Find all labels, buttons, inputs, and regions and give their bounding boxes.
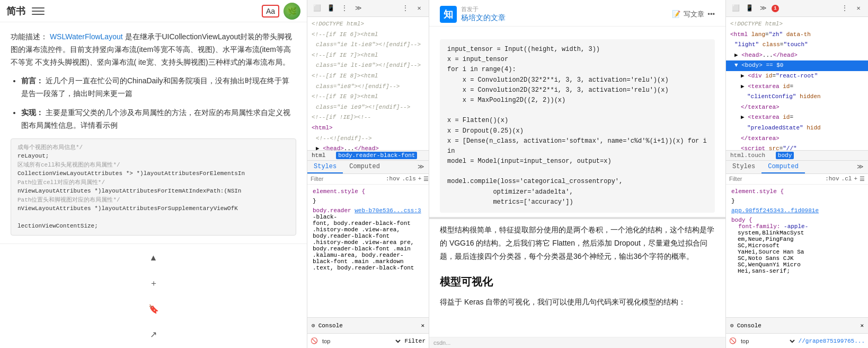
html-ie8-class: class="ie8"><![endif]-->: [307, 82, 429, 92]
html-ie7-class: class="ie lt-ie8"><![endif]-->: [307, 60, 429, 71]
article-panel: 简书 Aa 🌿 功能描述： WSLWaterFlowLayout 是在继承于UI…: [0, 0, 307, 348]
top-select-right[interactable]: top: [739, 337, 796, 345]
list-item-1: 前言： 近几个月一直在忙公司的ChinaDaily和国务院项目，没有抽出时现在终…: [21, 75, 296, 100]
top-bar-right: 🚫 top //grape875199765...: [726, 333, 868, 348]
breadcrumb-bar-right: html.touch body: [726, 150, 868, 161]
tab-computed-right[interactable]: Computed: [761, 161, 805, 173]
more-options-icon[interactable]: ≫: [353, 3, 364, 14]
right-textarea-1-close: </textarea>: [726, 102, 868, 113]
error-icon-right: 🚫: [729, 337, 737, 344]
source-tag: 首发于: [461, 5, 506, 13]
style-rule-close: }: [309, 196, 427, 206]
bookmark-icon[interactable]: 🔖: [144, 299, 163, 318]
right-textarea-1-attr: "clientConfig" hidden: [726, 92, 868, 102]
console-label-middle[interactable]: Console: [318, 323, 343, 329]
chevron-up-icon[interactable]: ▲: [144, 248, 163, 267]
toggle-filter-icon-right[interactable]: ☰: [860, 176, 865, 182]
filter-bar-middle: :hov .cls + ☰: [307, 174, 429, 185]
mobile-icon[interactable]: 📱: [325, 3, 336, 14]
html-head[interactable]: ▶ <head>...</head>: [307, 144, 429, 150]
breadcrumb-html-right[interactable]: html.touch: [730, 152, 765, 159]
right-textarea-2[interactable]: ▶ <textarea id=: [726, 112, 868, 123]
tab-more-right[interactable]: ≫: [853, 161, 868, 173]
avatar: 🌿: [284, 3, 300, 20]
devtools-right-panel: ⬜ 📱 ≫ 1 ⋮ ✕ <!DOCTYPE html> <html lang="…: [726, 0, 868, 348]
share-icon[interactable]: ↗: [144, 325, 163, 344]
sidebar-icons: ▲ ＋ 🔖 ↗: [0, 243, 307, 348]
cls-filter[interactable]: .cls: [402, 176, 415, 182]
html-ie9-class: class="ie ie9"><![endif]-->: [307, 102, 429, 113]
add-filter-icon-right[interactable]: +: [854, 176, 857, 182]
top-select-middle[interactable]: top: [320, 337, 402, 345]
right-style-close1: }: [728, 196, 866, 206]
right-div-react[interactable]: ▶ <div id="react-root": [726, 71, 868, 82]
plus-icon[interactable]: ＋: [144, 274, 163, 293]
styles-pane-right: element.style { } app.98f5f245343..f1d09…: [726, 185, 868, 318]
add-filter-icon[interactable]: +: [418, 176, 422, 182]
breadcrumb-bar-middle: html body.reader-black-font: [307, 150, 429, 161]
console-bar-middle: ⊙ Console ✕: [307, 317, 429, 333]
font-button[interactable]: Aa: [262, 5, 279, 18]
inspect-icon[interactable]: ⬜: [312, 3, 322, 14]
html-noie: <!--[if !IE]><!--: [307, 112, 429, 123]
right-style-app: app.98f5f245343..f1d0981e: [728, 206, 866, 215]
article-link[interactable]: WSLWaterFlowLayout: [50, 32, 123, 41]
html-tree-middle: <!DOCTYPE html> <!--[if IE 6]><html clas…: [307, 17, 429, 150]
hov-filter[interactable]: :hov: [386, 176, 400, 182]
devtools-middle-panel: ⬜ 📱 ⋮ ≫ ⋮ ✕ <!DOCTYPE html> <!--[if IE 6…: [307, 0, 429, 348]
close-console-right[interactable]: ✕: [860, 322, 864, 329]
filter-label-middle[interactable]: Filter: [404, 338, 426, 344]
tab-styles[interactable]: Styles: [307, 161, 343, 173]
more-icon[interactable]: ⋮: [339, 3, 350, 14]
tab-more-middle[interactable]: ≫: [413, 161, 429, 173]
author-name[interactable]: 杨培文的文章: [461, 13, 506, 23]
article-main-header: 知 首发于 杨培文的文章 📝 写文章 •••: [429, 0, 725, 27]
right-html-tag: <html lang="zh" data-th: [726, 30, 868, 40]
right-textarea-2-attr: "preloadedState" hidd: [726, 123, 868, 134]
write-btn[interactable]: 写文章: [684, 10, 704, 19]
hov-filter-right[interactable]: :hov: [825, 176, 839, 182]
devtools-more-icon[interactable]: ⋮: [400, 3, 411, 14]
close-console-icon[interactable]: ✕: [421, 322, 424, 329]
cls-filter-right[interactable]: .cl: [842, 176, 852, 182]
devtools-more-right[interactable]: ⋮: [839, 3, 850, 14]
close-icon[interactable]: ✕: [414, 3, 424, 14]
tab-styles-right[interactable]: Styles: [726, 161, 761, 173]
html-ie9: <!--[if IE 9]><html: [307, 92, 429, 102]
breadcrumb-body[interactable]: body.reader-black-font: [336, 152, 417, 159]
devtools-middle-header: ⬜ 📱 ⋮ ≫ ⋮ ✕: [307, 0, 429, 17]
right-script: <script src="//": [726, 144, 868, 150]
toggle-filter-icon[interactable]: ☰: [423, 176, 429, 182]
mobile-icon-right[interactable]: 📱: [744, 3, 755, 14]
error-icon-middle: 🚫: [311, 337, 318, 344]
html-ie6-class: class="ie lt-ie8"><![endif]-->: [307, 40, 429, 50]
more-dots-main[interactable]: •••: [707, 10, 715, 18]
console-icon-right: ⊙: [730, 322, 734, 329]
inspect-icon-right[interactable]: ⬜: [730, 3, 741, 14]
html-endif: <!--<![endif]-->: [307, 134, 429, 144]
divider: [429, 217, 725, 219]
breadcrumb-html[interactable]: html: [312, 152, 325, 159]
close-icon-right[interactable]: ✕: [853, 3, 864, 14]
tab-computed[interactable]: Computed: [343, 161, 386, 173]
article-header: 简书 Aa 🌿: [0, 0, 307, 22]
console-icon: ⊙: [312, 322, 315, 329]
right-head[interactable]: ▶ <head>...</head>: [726, 50, 868, 61]
filter-input-middle[interactable]: [311, 176, 384, 182]
grape-link[interactable]: //grape875199765...: [799, 338, 865, 344]
devtools-tabs-right: Styles Computed ≫: [726, 161, 868, 174]
devtools-right-header: ⬜ 📱 ≫ 1 ⋮ ✕: [726, 0, 868, 17]
text-paragraph-1: 模型结构很简单，特征提取部分使用的是两个卷积，一个池化的结构，这个结构是学的 V…: [440, 223, 715, 264]
edit-icon: 📝: [672, 10, 680, 18]
right-body-selected[interactable]: ▼ <body> == $0: [726, 60, 868, 71]
list-item-2: 实现： 主要是重写父类的几个涉及布局属性的方法，在对应的布局属性求自定义视图布局…: [21, 107, 296, 132]
filter-input-right[interactable]: [729, 176, 823, 182]
console-label-right[interactable]: Console: [737, 323, 761, 329]
right-textarea-1[interactable]: ▶ <textarea id=: [726, 82, 868, 92]
hamburger-icon[interactable]: [32, 5, 45, 18]
html-tag: <html>: [307, 123, 429, 134]
breadcrumb-body-right[interactable]: body: [776, 152, 794, 159]
html-ie7: <!--[if IE 7]><html: [307, 50, 429, 61]
more-tabs-right[interactable]: ≫: [758, 3, 768, 14]
article-main-panel: 知 首发于 杨培文的文章 📝 写文章 ••• input_tensor = In…: [429, 0, 726, 348]
